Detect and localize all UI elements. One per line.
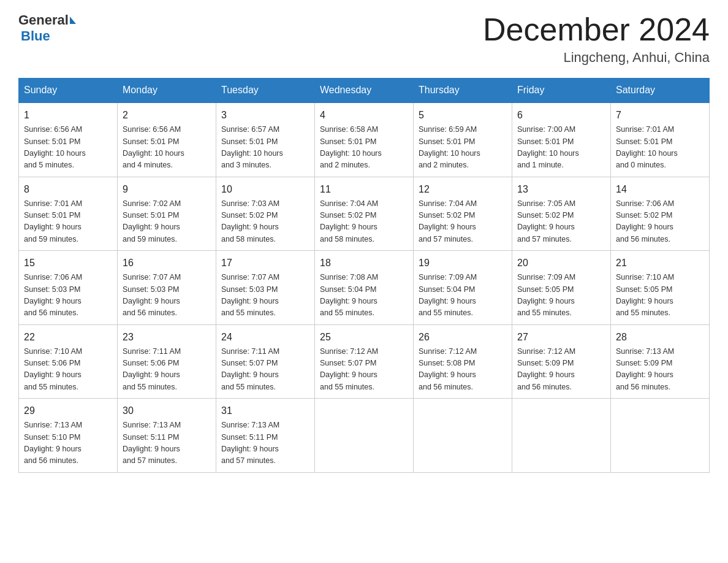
col-header-tuesday: Tuesday — [216, 79, 315, 103]
day-number: 21 — [616, 256, 704, 270]
week-row-3: 15Sunrise: 7:06 AM Sunset: 5:03 PM Dayli… — [19, 251, 710, 325]
day-info: Sunrise: 7:11 AM Sunset: 5:07 PM Dayligh… — [221, 346, 309, 394]
day-info: Sunrise: 6:58 AM Sunset: 5:01 PM Dayligh… — [320, 124, 408, 172]
calendar-cell: 10Sunrise: 7:03 AM Sunset: 5:02 PM Dayli… — [216, 177, 315, 251]
day-number: 18 — [320, 256, 408, 270]
calendar-cell: 12Sunrise: 7:04 AM Sunset: 5:02 PM Dayli… — [414, 177, 512, 251]
day-number: 4 — [320, 108, 408, 123]
day-info: Sunrise: 7:06 AM Sunset: 5:03 PM Dayligh… — [24, 272, 112, 320]
calendar-cell: 21Sunrise: 7:10 AM Sunset: 5:05 PM Dayli… — [611, 251, 710, 325]
day-number: 15 — [24, 256, 112, 270]
day-info: Sunrise: 7:01 AM Sunset: 5:01 PM Dayligh… — [616, 124, 704, 172]
day-info: Sunrise: 7:04 AM Sunset: 5:02 PM Dayligh… — [320, 198, 408, 246]
day-info: Sunrise: 7:13 AM Sunset: 5:09 PM Dayligh… — [616, 346, 704, 394]
day-info: Sunrise: 7:13 AM Sunset: 5:10 PM Dayligh… — [24, 419, 112, 467]
col-header-wednesday: Wednesday — [315, 79, 414, 103]
day-number: 9 — [123, 182, 211, 197]
day-info: Sunrise: 7:10 AM Sunset: 5:06 PM Dayligh… — [24, 346, 112, 394]
location-subtitle: Lingcheng, Anhui, China — [483, 50, 710, 66]
day-info: Sunrise: 7:04 AM Sunset: 5:02 PM Dayligh… — [419, 198, 507, 246]
calendar-cell: 19Sunrise: 7:09 AM Sunset: 5:04 PM Dayli… — [414, 251, 512, 325]
day-number: 1 — [24, 108, 112, 123]
title-section: December 2024 Lingcheng, Anhui, China — [483, 12, 710, 66]
day-number: 29 — [24, 404, 112, 418]
day-info: Sunrise: 6:57 AM Sunset: 5:01 PM Dayligh… — [221, 124, 309, 172]
day-info: Sunrise: 7:07 AM Sunset: 5:03 PM Dayligh… — [123, 272, 211, 320]
day-info: Sunrise: 7:10 AM Sunset: 5:05 PM Dayligh… — [616, 272, 704, 320]
day-number: 22 — [24, 330, 112, 345]
page-header: General Blue December 2024 Lingcheng, An… — [18, 12, 710, 66]
day-info: Sunrise: 7:08 AM Sunset: 5:04 PM Dayligh… — [320, 272, 408, 320]
calendar-cell: 30Sunrise: 7:13 AM Sunset: 5:11 PM Dayli… — [118, 399, 216, 473]
calendar-cell: 26Sunrise: 7:12 AM Sunset: 5:08 PM Dayli… — [414, 324, 512, 399]
calendar-cell: 8Sunrise: 7:01 AM Sunset: 5:01 PM Daylig… — [19, 177, 118, 251]
calendar-cell: 7Sunrise: 7:01 AM Sunset: 5:01 PM Daylig… — [611, 102, 710, 177]
calendar-cell — [315, 399, 414, 473]
calendar-cell: 31Sunrise: 7:13 AM Sunset: 5:11 PM Dayli… — [216, 399, 315, 473]
calendar-cell — [512, 399, 611, 473]
logo-general-text: General — [18, 12, 69, 28]
day-info: Sunrise: 7:13 AM Sunset: 5:11 PM Dayligh… — [123, 419, 211, 467]
calendar-cell: 3Sunrise: 6:57 AM Sunset: 5:01 PM Daylig… — [216, 102, 315, 177]
calendar-cell: 18Sunrise: 7:08 AM Sunset: 5:04 PM Dayli… — [315, 251, 414, 325]
calendar-cell — [414, 399, 512, 473]
day-number: 12 — [419, 182, 507, 197]
calendar-cell: 11Sunrise: 7:04 AM Sunset: 5:02 PM Dayli… — [315, 177, 414, 251]
day-info: Sunrise: 7:12 AM Sunset: 5:09 PM Dayligh… — [517, 346, 605, 394]
calendar-cell: 16Sunrise: 7:07 AM Sunset: 5:03 PM Dayli… — [118, 251, 216, 325]
day-number: 13 — [517, 182, 605, 197]
week-row-5: 29Sunrise: 7:13 AM Sunset: 5:10 PM Dayli… — [19, 399, 710, 473]
day-number: 20 — [517, 256, 605, 270]
day-number: 19 — [419, 256, 507, 270]
logo-blue-text: Blue — [21, 28, 50, 44]
day-info: Sunrise: 7:09 AM Sunset: 5:05 PM Dayligh… — [517, 272, 605, 320]
col-header-friday: Friday — [512, 79, 611, 103]
day-info: Sunrise: 7:03 AM Sunset: 5:02 PM Dayligh… — [221, 198, 309, 246]
day-number: 14 — [616, 182, 704, 197]
calendar-cell: 13Sunrise: 7:05 AM Sunset: 5:02 PM Dayli… — [512, 177, 611, 251]
calendar-header-row: SundayMondayTuesdayWednesdayThursdayFrid… — [19, 79, 710, 103]
day-info: Sunrise: 6:59 AM Sunset: 5:01 PM Dayligh… — [419, 124, 507, 172]
logo: General Blue — [18, 12, 76, 44]
week-row-4: 22Sunrise: 7:10 AM Sunset: 5:06 PM Dayli… — [19, 324, 710, 399]
day-number: 23 — [123, 330, 211, 345]
calendar-cell: 28Sunrise: 7:13 AM Sunset: 5:09 PM Dayli… — [611, 324, 710, 399]
calendar-cell: 14Sunrise: 7:06 AM Sunset: 5:02 PM Dayli… — [611, 177, 710, 251]
calendar-cell: 24Sunrise: 7:11 AM Sunset: 5:07 PM Dayli… — [216, 324, 315, 399]
day-number: 16 — [123, 256, 211, 270]
logo-arrow-icon — [70, 17, 76, 24]
day-number: 26 — [419, 330, 507, 345]
calendar-cell: 1Sunrise: 6:56 AM Sunset: 5:01 PM Daylig… — [19, 102, 118, 177]
day-number: 3 — [221, 108, 309, 123]
calendar-cell: 27Sunrise: 7:12 AM Sunset: 5:09 PM Dayli… — [512, 324, 611, 399]
calendar-cell: 5Sunrise: 6:59 AM Sunset: 5:01 PM Daylig… — [414, 102, 512, 177]
col-header-thursday: Thursday — [414, 79, 512, 103]
week-row-2: 8Sunrise: 7:01 AM Sunset: 5:01 PM Daylig… — [19, 177, 710, 251]
day-number: 5 — [419, 108, 507, 123]
day-number: 8 — [24, 182, 112, 197]
calendar-cell: 29Sunrise: 7:13 AM Sunset: 5:10 PM Dayli… — [19, 399, 118, 473]
calendar-cell: 17Sunrise: 7:07 AM Sunset: 5:03 PM Dayli… — [216, 251, 315, 325]
day-info: Sunrise: 7:12 AM Sunset: 5:08 PM Dayligh… — [419, 346, 507, 394]
day-number: 6 — [517, 108, 605, 123]
day-info: Sunrise: 7:00 AM Sunset: 5:01 PM Dayligh… — [517, 124, 605, 172]
day-info: Sunrise: 6:56 AM Sunset: 5:01 PM Dayligh… — [24, 124, 112, 172]
day-info: Sunrise: 7:09 AM Sunset: 5:04 PM Dayligh… — [419, 272, 507, 320]
day-info: Sunrise: 7:12 AM Sunset: 5:07 PM Dayligh… — [320, 346, 408, 394]
calendar-cell — [611, 399, 710, 473]
day-number: 11 — [320, 182, 408, 197]
day-info: Sunrise: 7:05 AM Sunset: 5:02 PM Dayligh… — [517, 198, 605, 246]
calendar-cell: 15Sunrise: 7:06 AM Sunset: 5:03 PM Dayli… — [19, 251, 118, 325]
day-info: Sunrise: 7:02 AM Sunset: 5:01 PM Dayligh… — [123, 198, 211, 246]
calendar-cell: 25Sunrise: 7:12 AM Sunset: 5:07 PM Dayli… — [315, 324, 414, 399]
day-info: Sunrise: 7:06 AM Sunset: 5:02 PM Dayligh… — [616, 198, 704, 246]
calendar-cell: 20Sunrise: 7:09 AM Sunset: 5:05 PM Dayli… — [512, 251, 611, 325]
calendar-cell: 2Sunrise: 6:56 AM Sunset: 5:01 PM Daylig… — [118, 102, 216, 177]
month-title: December 2024 — [483, 12, 710, 47]
day-number: 2 — [123, 108, 211, 123]
calendar-cell: 23Sunrise: 7:11 AM Sunset: 5:06 PM Dayli… — [118, 324, 216, 399]
week-row-1: 1Sunrise: 6:56 AM Sunset: 5:01 PM Daylig… — [19, 102, 710, 177]
calendar-table: SundayMondayTuesdayWednesdayThursdayFrid… — [18, 78, 710, 473]
day-number: 24 — [221, 330, 309, 345]
calendar-cell: 6Sunrise: 7:00 AM Sunset: 5:01 PM Daylig… — [512, 102, 611, 177]
